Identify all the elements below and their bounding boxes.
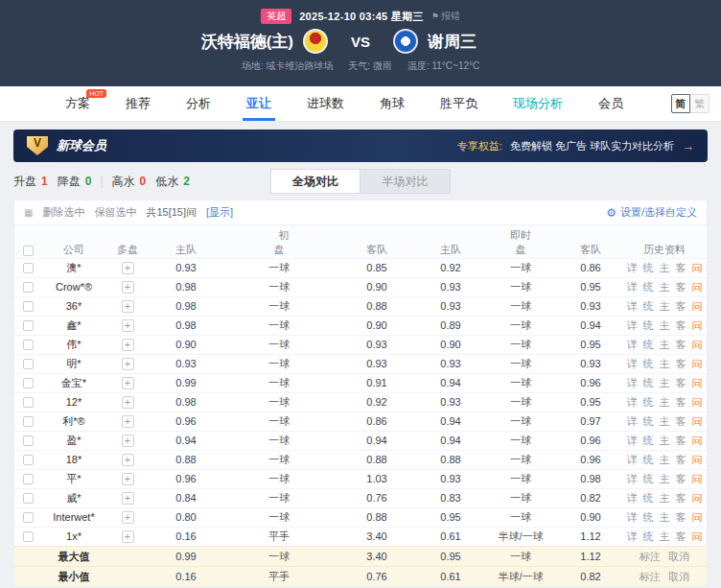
expand-odds-button[interactable]: + (122, 473, 134, 485)
company-name[interactable]: 18* (41, 450, 106, 469)
company-name[interactable]: 明* (41, 354, 106, 373)
row-checkbox[interactable] (23, 320, 34, 331)
row-checkbox[interactable] (23, 531, 34, 542)
history-link-stats[interactable]: 统 (643, 454, 654, 465)
company-name[interactable]: Crow*® (41, 277, 106, 296)
history-link-ask[interactable]: 问 (692, 300, 703, 312)
history-link-stats[interactable]: 统 (643, 530, 654, 542)
league-badge[interactable]: 英超 (261, 9, 291, 24)
row-checkbox[interactable] (23, 378, 34, 388)
delete-selected-button[interactable]: 删除选中 (42, 205, 84, 220)
history-link-away[interactable]: 客 (676, 473, 686, 484)
history-link-detail[interactable]: 详 (627, 454, 638, 465)
history-link-away[interactable]: 客 (676, 415, 686, 427)
history-link-detail[interactable]: 详 (627, 473, 638, 484)
filter-high[interactable]: 高水0 (112, 174, 147, 190)
expand-odds-button[interactable]: + (122, 492, 134, 505)
history-link-detail[interactable]: 详 (627, 377, 638, 388)
history-link-ask[interactable]: 问 (692, 454, 703, 465)
expand-odds-button[interactable]: + (122, 377, 134, 389)
company-name[interactable]: 1x* (41, 527, 106, 546)
history-link-away[interactable]: 客 (676, 319, 686, 331)
tab-half-match[interactable]: 半场对比 (360, 169, 451, 194)
history-link-stats[interactable]: 统 (643, 473, 654, 484)
expand-odds-button[interactable]: + (122, 530, 134, 543)
history-link-stats[interactable]: 统 (643, 511, 654, 523)
history-link-ask[interactable]: 问 (692, 319, 703, 331)
history-link-detail[interactable]: 详 (627, 358, 638, 369)
row-checkbox[interactable] (23, 474, 34, 484)
tab-full-match[interactable]: 全场对比 (270, 169, 360, 194)
history-link-away[interactable]: 客 (676, 300, 686, 312)
history-link-ask[interactable]: 问 (692, 511, 703, 523)
tab-analysis[interactable]: 分析 (182, 86, 215, 121)
show-link[interactable]: [显示] (206, 205, 233, 220)
expand-odds-button[interactable]: + (122, 281, 134, 294)
filter-down[interactable]: 降盘0 (58, 174, 92, 190)
company-name[interactable]: Interwet* (41, 507, 106, 527)
history-link-away[interactable]: 客 (676, 358, 686, 369)
history-link-away[interactable]: 客 (676, 511, 686, 523)
history-link-ask[interactable]: 问 (692, 358, 703, 369)
history-link-detail[interactable]: 详 (627, 300, 638, 312)
history-link-ask[interactable]: 问 (692, 492, 703, 504)
report-error-link[interactable]: ⚑报错 (431, 10, 460, 23)
company-name[interactable]: 澳* (41, 258, 106, 277)
lang-simplified-button[interactable]: 简 (671, 94, 690, 113)
row-checkbox[interactable] (23, 359, 34, 369)
select-all-checkbox[interactable] (23, 246, 34, 256)
history-link-away[interactable]: 客 (676, 377, 686, 388)
expand-odds-button[interactable]: + (122, 319, 134, 332)
history-link-stats[interactable]: 统 (643, 358, 654, 369)
history-link-home[interactable]: 主 (660, 339, 670, 350)
history-link-away[interactable]: 客 (676, 281, 686, 293)
history-link-home[interactable]: 主 (660, 319, 670, 331)
tab-asian-handicap[interactable]: 亚让 (243, 86, 275, 121)
row-checkbox[interactable] (23, 435, 34, 446)
history-link-ask[interactable]: 问 (692, 377, 703, 388)
history-link-stats[interactable]: 统 (643, 339, 654, 350)
company-name[interactable]: 金宝* (41, 373, 106, 392)
expand-odds-button[interactable]: + (122, 262, 134, 274)
history-link-ask[interactable]: 问 (692, 530, 703, 542)
arrow-right-icon[interactable]: → (682, 139, 694, 153)
company-name[interactable]: 伟* (41, 335, 106, 354)
row-checkbox[interactable] (23, 493, 34, 504)
history-link-home[interactable]: 主 (660, 492, 670, 504)
member-promo-banner[interactable]: V 新球会员 专享权益: 免费解锁 免广告 球队实力对比分析 → (13, 129, 708, 162)
tab-plan[interactable]: 方案HOT (61, 86, 94, 121)
row-checkbox[interactable] (23, 282, 34, 293)
history-link-ask[interactable]: 问 (692, 435, 703, 446)
expand-odds-button[interactable]: + (122, 300, 134, 313)
history-link-away[interactable]: 客 (676, 454, 686, 465)
history-link-home[interactable]: 主 (660, 358, 670, 369)
history-link-stats[interactable]: 统 (643, 319, 654, 331)
history-link-detail[interactable]: 详 (627, 339, 638, 350)
history-link-away[interactable]: 客 (676, 492, 686, 504)
history-link-home[interactable]: 主 (660, 396, 670, 408)
history-link-detail[interactable]: 详 (627, 492, 638, 504)
expand-odds-button[interactable]: + (122, 454, 134, 466)
company-name[interactable]: 盈* (41, 431, 106, 450)
history-link-home[interactable]: 主 (660, 473, 670, 484)
tab-win-draw-lose[interactable]: 胜平负 (436, 86, 481, 121)
history-link-home[interactable]: 主 (660, 530, 670, 542)
tab-recommend[interactable]: 推荐 (122, 86, 154, 121)
summary-action-cancel[interactable]: 取消 (668, 551, 689, 562)
lang-traditional-button[interactable]: 繁 (690, 94, 709, 113)
row-checkbox[interactable] (23, 340, 34, 350)
row-checkbox[interactable] (23, 301, 34, 312)
history-link-detail[interactable]: 详 (627, 511, 638, 523)
expand-odds-button[interactable]: + (122, 435, 134, 447)
history-link-stats[interactable]: 统 (643, 300, 654, 312)
history-link-away[interactable]: 客 (676, 262, 686, 273)
history-link-away[interactable]: 客 (676, 396, 686, 408)
history-link-home[interactable]: 主 (660, 415, 670, 427)
history-link-detail[interactable]: 详 (627, 262, 638, 273)
expand-odds-button[interactable]: + (122, 358, 134, 370)
settings-link[interactable]: ⚙ 设置/选择自定义 (606, 205, 697, 220)
tab-member[interactable]: 会员 (594, 86, 627, 121)
row-checkbox[interactable] (23, 416, 34, 427)
history-link-detail[interactable]: 详 (627, 319, 638, 331)
history-link-stats[interactable]: 统 (643, 377, 654, 388)
